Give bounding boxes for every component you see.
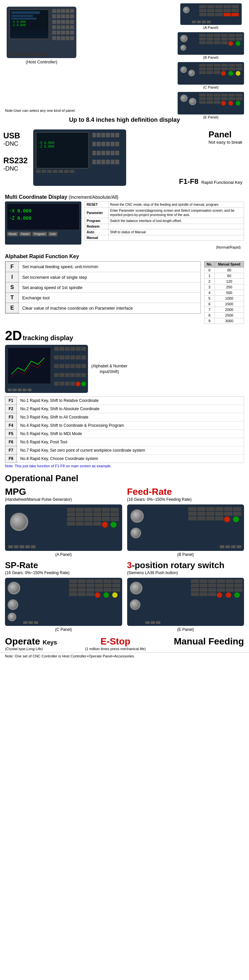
- panel-a-label-top: (A Panel): [203, 25, 218, 30]
- host-controller-label: (Host Controller): [26, 59, 57, 64]
- rs232-sub-label: -DNC: [3, 165, 27, 172]
- auto-key-label: Auto: [85, 229, 108, 235]
- operational-panel-heading: Operational Panel: [0, 471, 249, 485]
- panel-e-label-top: (E Panel): [203, 115, 219, 119]
- feedrate-sub: (16 Gears: 0%~150% Feeding Rate): [127, 497, 244, 502]
- x-coord: -X 0.000: [9, 208, 77, 213]
- panel-label-right: Panel: [209, 129, 243, 140]
- usb-label: USB: [3, 131, 20, 140]
- final-note: Note: One set of CNC Controller is Host …: [0, 652, 249, 659]
- panel-c-label-top: (C Panel): [203, 85, 219, 89]
- op-panel-b-label: (B Panel): [127, 552, 244, 557]
- auto-desc: Shift to status of Manual: [108, 229, 244, 235]
- sprate-sub: (16 Gears: 0%~150% Feeding Rate): [5, 571, 122, 575]
- rapid-functional-label: Rapid Functional Key: [201, 180, 243, 185]
- parameter-desc: Enter Parameter screen(diagnosing screen…: [108, 208, 244, 218]
- usb-sub-label: -DNC: [3, 140, 20, 147]
- f-keys-section: F1 No.1 Rapid Key, Shift to Relative Coo…: [0, 395, 249, 471]
- rs232-label: RS232: [3, 156, 27, 165]
- reset-desc: Reset the CNC mode, stop of the feeding …: [108, 202, 244, 208]
- redeem-key-label: Redeem: [85, 224, 108, 229]
- normal-rapid-label: (Normal/Rapid): [5, 245, 244, 249]
- alphabet-input-label: (Alphabet & NumberInput/Shift): [91, 363, 128, 375]
- op-panel-c-label: (C Panel): [5, 627, 122, 632]
- operate-detail: (Crystal type,Long Life): [5, 647, 57, 651]
- t-key-desc: Exchange tool: [19, 293, 201, 303]
- rotary-rest: -position rotary switch: [132, 560, 224, 570]
- op-panel-a-label: (A Panel): [5, 552, 122, 557]
- multicoord-sub: (Increment/Absolute/All): [69, 194, 118, 200]
- alphabet-heading: Alphabet Rapid Function Key: [5, 253, 244, 259]
- i-key-desc: Set increment value of single step: [19, 272, 201, 282]
- alphabet-table: F Set manual feeding speed, unit:mm/min …: [5, 261, 201, 313]
- parameter-key-label: Parameter: [85, 208, 108, 218]
- operate-keys-section: Operate Keys (Crystal type,Long Life): [5, 636, 57, 651]
- page-container: -X 0.000 -Z 0.000: [0, 0, 249, 663]
- panel-b-label-top: (B Panel): [203, 56, 219, 59]
- panel-sub-label: Not easy to break: [209, 140, 243, 145]
- manual-key-label: Manual: [85, 235, 108, 240]
- rotary-3: 3: [127, 560, 132, 570]
- manual-feeding-section: Manual Feeding: [174, 636, 244, 647]
- s-key-desc: Set analog speed of 1st spindle: [19, 282, 201, 293]
- feedrate-title: Feed-Rate: [127, 487, 244, 497]
- e-key-desc: Clear value of machine coordinate on Par…: [19, 303, 201, 313]
- op-panel-e-label: (E Panel): [127, 627, 244, 632]
- tracking-suffix: tracking display: [22, 334, 73, 342]
- 2d-prefix: 2D: [5, 328, 22, 343]
- manual-sub: Feeding: [206, 636, 244, 646]
- reset-key-label: RESET: [85, 202, 108, 208]
- mpg-sub: (Handwheel/Manual Pulse Generator): [5, 497, 122, 502]
- rotary-sub: (Siemens LA39 Push button): [127, 571, 244, 575]
- mpg-title: MPG: [5, 487, 122, 497]
- multicoord-heading: Multi Coordinate Display: [5, 194, 67, 200]
- sprate-title: SP-Rate: [5, 560, 122, 571]
- program-desc: Switch the balance interface of tool-len…: [108, 218, 244, 224]
- estop-title: E-Stop: [100, 636, 130, 646]
- f1f8-label: F1-F8: [179, 177, 198, 186]
- estop-section: E-Stop (1 million times press mechanical…: [85, 636, 146, 651]
- estop-sub: (1 million times press mechanical life): [85, 647, 146, 651]
- speed-table: No. Manual Speed 000 160 2120 3250 4500 …: [204, 261, 244, 324]
- manual-title: Manual: [174, 636, 206, 646]
- program-key-label: Program: [85, 218, 108, 224]
- operate-title: Operate: [5, 636, 40, 646]
- z-coord: -Z 0.000: [9, 215, 77, 221]
- operate-sub: Keys: [43, 639, 57, 646]
- f-keys-note: Note: This just take function of F1-F8 o…: [5, 463, 244, 469]
